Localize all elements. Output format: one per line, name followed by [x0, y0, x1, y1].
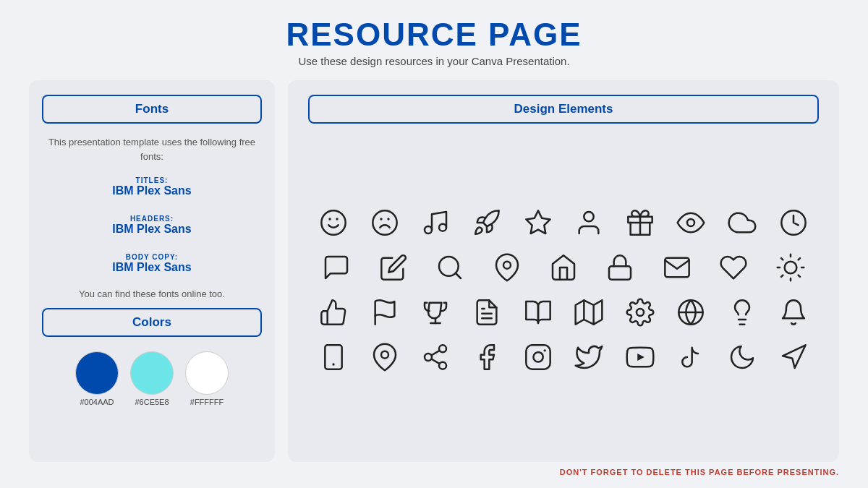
star-icon [516, 201, 560, 244]
svg-point-16 [503, 262, 511, 269]
music-icon [414, 201, 457, 244]
location-icon [363, 335, 407, 379]
find-fonts: You can find these fonts online too. [42, 288, 262, 299]
swatch-white: #FFFFFF [185, 351, 229, 406]
bell-icon [772, 291, 815, 334]
svg-point-0 [322, 211, 346, 235]
thumbs-up-icon [312, 291, 355, 334]
swatch-white-label: #FFFFFF [190, 398, 224, 406]
instagram-icon [516, 335, 560, 379]
swatch-blue: #004AAD [75, 351, 119, 406]
colors-swatches: #004AAD #6CE5E8 #FFFFFF [42, 351, 262, 406]
megaphone-icon [772, 335, 815, 379]
svg-point-42 [439, 346, 446, 353]
font-entry-body: BODY COPY: IBM Plex Sans [42, 253, 262, 274]
svg-point-7 [439, 224, 446, 231]
smiley-icon [312, 201, 355, 244]
tiktok-icon [669, 335, 712, 379]
gift-icon [618, 201, 662, 244]
svg-point-6 [425, 226, 432, 234]
swatch-blue-circle [75, 351, 119, 395]
swatch-cyan-circle [130, 351, 174, 395]
document-icon [465, 291, 509, 334]
svg-marker-49 [637, 354, 644, 361]
person-icon [567, 201, 610, 244]
mail-icon [655, 246, 699, 289]
page-title: RESOURCE PAGE [286, 17, 582, 52]
colors-header: Colors [42, 308, 262, 337]
svg-rect-47 [526, 346, 550, 369]
svg-marker-8 [526, 211, 550, 234]
icons-row-2 [308, 246, 819, 289]
svg-line-26 [798, 258, 799, 260]
svg-rect-17 [609, 267, 631, 280]
svg-point-12 [687, 219, 694, 226]
lock-icon [598, 246, 642, 289]
font-entry-titles: TITLES: IBM Plex Sans [42, 176, 262, 197]
svg-point-44 [439, 362, 446, 369]
design-elements-header: Design Elements [308, 95, 819, 124]
icons-row-1 [308, 201, 819, 244]
font-name-body: IBM Plex Sans [42, 261, 262, 274]
svg-point-34 [637, 309, 644, 316]
svg-marker-31 [576, 301, 603, 325]
search-icon [428, 246, 472, 289]
cloud-icon [720, 201, 764, 244]
svg-point-41 [381, 351, 388, 359]
trophy-icon [414, 291, 457, 334]
svg-point-3 [373, 211, 396, 235]
svg-point-18 [784, 262, 796, 274]
svg-line-15 [456, 273, 461, 278]
globe-icon [669, 291, 712, 334]
home-icon [542, 246, 585, 289]
svg-point-43 [425, 354, 432, 361]
pencil-icon [372, 246, 415, 289]
sun-icon [769, 246, 812, 289]
font-name-titles: IBM Plex Sans [42, 184, 262, 197]
svg-point-9 [584, 212, 594, 221]
icons-row-3 [308, 291, 819, 334]
flag-icon [363, 291, 407, 334]
page-header: RESOURCE PAGE Use these design resources… [286, 17, 582, 67]
lightbulb-icon [720, 291, 764, 334]
rocket-icon [465, 201, 509, 244]
fonts-intro: This presentation template uses the foll… [42, 135, 262, 163]
font-label-body: BODY COPY: [42, 253, 262, 261]
font-name-headers: IBM Plex Sans [42, 223, 262, 236]
font-label-headers: HEADERS: [42, 215, 262, 223]
swatch-cyan: #6CE5E8 [130, 351, 174, 406]
sad-face-icon [363, 201, 407, 244]
eye-icon [669, 201, 712, 244]
facebook-icon [465, 335, 509, 379]
twitter-icon [567, 335, 610, 379]
map-icon [567, 291, 610, 334]
pin-icon [485, 246, 529, 289]
font-entry-headers: HEADERS: IBM Plex Sans [42, 215, 262, 236]
book-icon [516, 291, 560, 334]
settings-icon [618, 291, 662, 334]
clock-icon [772, 201, 815, 244]
phone-icon [312, 335, 355, 379]
icons-row-4 [308, 335, 819, 379]
left-panel: Fonts This presentation template uses th… [29, 80, 275, 462]
page-subtitle: Use these design resources in your Canva… [286, 55, 582, 67]
swatch-white-circle [185, 351, 229, 395]
youtube-icon [618, 335, 662, 379]
svg-line-21 [781, 258, 783, 260]
chat-icon [315, 246, 358, 289]
swatch-cyan-label: #6CE5E8 [135, 398, 169, 406]
footer-note: DON'T FORGET TO DELETE THIS PAGE BEFORE … [29, 468, 839, 476]
font-label-titles: TITLES: [42, 176, 262, 184]
share-icon [414, 335, 457, 379]
svg-line-22 [798, 275, 799, 277]
moon-icon [720, 335, 764, 379]
svg-line-25 [781, 275, 783, 277]
svg-line-45 [432, 359, 440, 364]
right-panel: Design Elements [288, 80, 839, 462]
swatch-blue-label: #004AAD [80, 398, 114, 406]
icons-grid [308, 132, 819, 448]
heart-icon [712, 246, 755, 289]
main-content: Fonts This presentation template uses th… [29, 80, 839, 462]
svg-line-46 [432, 351, 440, 356]
fonts-header: Fonts [42, 95, 262, 124]
